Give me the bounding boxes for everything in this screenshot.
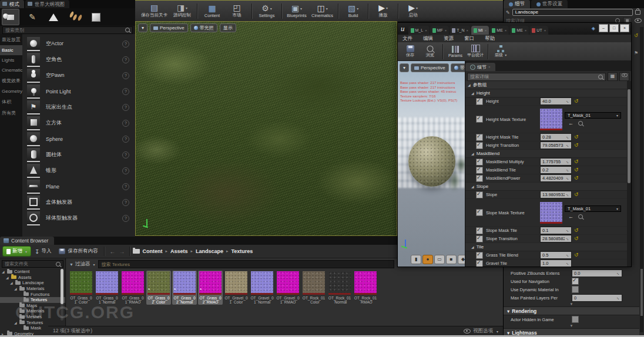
help-icon[interactable]: ? [122,136,129,143]
reset-to-default-icon[interactable]: ↺ [574,167,579,173]
value-input[interactable]: 4.4820409↔ [540,174,572,182]
asset-tile[interactable]: OT_Grass_01_RMAO [120,271,145,305]
search-folders-input[interactable]: 搜索文件夹 [2,260,63,268]
param-checkbox[interactable] [476,142,483,149]
geometry-mode-button[interactable] [88,9,104,25]
right-tab-1[interactable]: 世界设置 [531,0,568,8]
browse-icon[interactable] [578,214,583,219]
eye-options-button[interactable] [619,72,629,81]
material-preview-viewport[interactable]: ▾Perspective带光 Base pass shader: 217 ins… [398,61,465,267]
preview-shape-sphere[interactable]: ● [422,255,433,264]
preview-button-1[interactable]: 带光 [451,63,465,72]
param-checkbox[interactable] [476,209,483,216]
breadcrumb-landscape[interactable]: Landscape [196,248,223,254]
close-icon[interactable]: × [485,29,487,32]
preview-shape-plane[interactable]: ▭ [434,255,445,264]
asset-tile[interactable]: OT_Gravel_01_RMAO [276,271,300,305]
group-maskblend[interactable]: ◢MaskBlend [465,150,627,158]
tree-item-materials[interactable]: ◢Materials [0,286,65,292]
category-3[interactable]: Cinematic [0,65,22,75]
detail-checkbox[interactable] [572,286,579,293]
param-checkbox[interactable] [476,235,483,242]
detail-checkbox[interactable] [572,316,579,323]
floppy-button[interactable]: 保存 [402,45,418,58]
texture-select[interactable]: T_Mask_01▾ [565,205,621,212]
asset-tab-6[interactable]: UT× [529,26,548,35]
texture-thumbnail[interactable] [540,202,562,224]
category-2[interactable]: Lights [0,55,22,65]
value-input[interactable]: 40.0↔ [540,97,572,105]
viewport-button-2[interactable]: 显示 [220,23,236,32]
back-arrow-icon[interactable]: ← [108,248,117,255]
asset-tile[interactable]: OT_Rock_01_RMAO [353,271,378,305]
param-checkbox[interactable] [476,134,483,141]
filters-button[interactable]: ▼ 过滤器 ▾ [69,261,95,268]
category-6[interactable]: 体积 [0,96,22,107]
group-height[interactable]: ◢Height [465,89,627,97]
viewport-button-1[interactable]: 带光照 [190,23,217,32]
help-icon[interactable]: ? [122,88,129,95]
asset-tile[interactable]: OT_Grass_01_Color [69,271,93,305]
reset-to-default-icon[interactable]: ↺ [574,159,579,164]
reset-icon[interactable]: ↺ [634,33,638,38]
grid-view-icon[interactable]: ▦ [608,72,618,81]
expand-more-button[interactable]: ▼ [504,323,639,328]
place-item[interactable]: 球体型触发器? [22,210,135,226]
param-checkbox[interactable] [476,116,483,123]
place-item[interactable]: 空角色? [22,52,135,68]
lock-icon[interactable] [635,10,640,15]
preview-shape-cube[interactable]: ■ [446,255,457,264]
close-icon[interactable]: × [525,29,527,32]
param-checkbox[interactable] [476,159,483,166]
tree-item-landscape[interactable]: ◢Landscape [0,280,65,286]
place-item[interactable]: ⚑玩家出生点? [22,99,135,115]
breadcrumb-textures[interactable]: Textures [232,248,253,254]
asset-tile[interactable]: *OT_Grass_02_Normal [172,271,197,305]
tab-details[interactable]: i 细节 × [465,63,495,71]
asset-tile[interactable]: OT_Gravel_01_Normal [250,271,274,305]
menu-item-0[interactable]: 文件 [402,35,412,42]
asset-tab-5[interactable]: ME× [509,26,529,35]
search-details-input[interactable]: 搜索详细 [467,73,606,81]
grid-button[interactable]: ▦Content [202,4,222,18]
gear-button[interactable]: ⚙▾Settings [257,4,277,18]
search-assets-input[interactable]: 搜索 Textures [98,260,394,268]
tree-item-functions[interactable]: Functions [0,291,65,297]
group-tile[interactable]: ◢Tile [465,243,627,251]
reset-to-default-icon[interactable]: ↺ [574,134,579,140]
texture-thumbnail[interactable] [540,109,562,130]
help-icon[interactable]: ? [122,183,129,190]
foliage-mode-button[interactable] [66,9,83,25]
place-item[interactable]: 盒体触发器? [22,194,135,210]
eye-icon[interactable] [635,18,642,23]
place-item[interactable]: 空Pawn? [22,68,135,83]
section-rendering[interactable]: ▾Rendering [504,306,639,315]
details-scrollbar[interactable] [640,27,643,332]
asset-tile[interactable]: OT_Rock_01_Normal [327,271,352,305]
close-icon[interactable]: × [488,65,491,69]
help-icon[interactable]: ? [122,104,129,111]
right-tab-0[interactable]: 细节 [504,0,530,8]
place-item[interactable]: 锥形? [22,163,135,178]
preview-button-0[interactable]: Perspective [411,63,449,72]
menu-item-4[interactable]: 帮助 [485,35,495,42]
add-new-button[interactable]: 新增 ▾ [2,246,31,257]
reset-to-default-icon[interactable]: ↺ [574,228,579,233]
param-checkbox[interactable] [476,227,483,234]
asset-tile[interactable]: *OT_Grass_02_Color [146,271,171,305]
value-input[interactable]: 13.9809532↔ [540,191,572,198]
tree-item-assets[interactable]: ◢Assets [0,275,65,281]
category-1[interactable]: Basic [0,45,22,55]
left-tab-1[interactable]: 世界大纲视图 [25,0,69,8]
value-input[interactable]: 79.058573↔ [540,141,572,149]
group-slope[interactable]: ◢Slope [465,183,627,191]
detail-checkbox[interactable] [572,278,579,285]
level-viewport[interactable]: ▾Perspective带光照显示 [135,21,397,236]
param-checkbox[interactable] [476,191,483,198]
place-mode-button[interactable] [2,9,19,25]
menu-item-3[interactable]: 窗口 [464,35,474,42]
value-input[interactable]: 0.5↔ [540,251,572,259]
material-details-scrollbar[interactable] [627,81,631,267]
left-tab-0[interactable]: 模式 [0,0,24,8]
mag-button[interactable]: 浏览 [422,45,438,58]
